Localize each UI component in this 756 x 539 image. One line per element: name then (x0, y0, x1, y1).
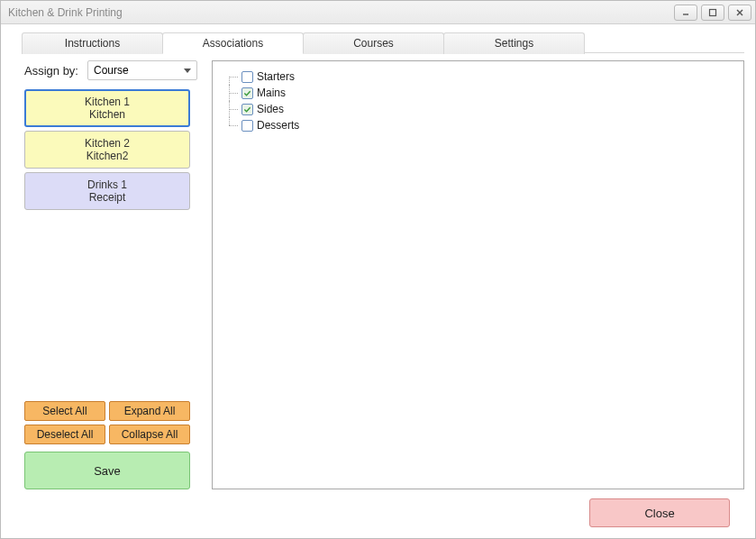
content-area: InstructionsAssociationsCoursesSettings … (1, 24, 755, 538)
checkbox[interactable] (241, 120, 253, 132)
assign-by-dropdown[interactable]: Course (87, 60, 197, 80)
tree-item-starters[interactable]: Starters (222, 69, 734, 85)
deselect-all-button[interactable]: Deselect All (24, 425, 105, 444)
tree-panel[interactable]: StartersMainsSidesDesserts (212, 60, 744, 489)
tab-courses[interactable]: Courses (303, 32, 444, 54)
tree-item-sides[interactable]: Sides (222, 101, 734, 117)
checkbox[interactable] (241, 104, 253, 115)
tree-item-label: Starters (257, 70, 295, 83)
save-button[interactable]: Save (24, 452, 190, 489)
printer-subname: Kitchen2 (87, 150, 129, 162)
tree-item-label: Sides (257, 103, 284, 115)
minimize-icon (681, 8, 690, 17)
assign-by-row: Assign by: Course (17, 60, 197, 80)
printer-list: Kitchen 1KitchenKitchen 2Kitchen2Drinks … (17, 89, 197, 210)
window-title: Kitchen & Drink Printing (8, 6, 674, 19)
tabs: InstructionsAssociationsCoursesSettings (22, 32, 744, 53)
window-controls (674, 5, 751, 21)
window: Kitchen & Drink Printing InstructionsAss… (0, 0, 756, 539)
printer-subname: Receipt (89, 191, 126, 204)
close-icon (735, 8, 744, 17)
checkbox[interactable] (241, 71, 253, 83)
tab-associations[interactable]: Associations (162, 32, 304, 54)
collapse-all-button[interactable]: Collapse All (109, 425, 190, 444)
printer-name: Kitchen 1 (85, 96, 130, 108)
tab-instructions[interactable]: Instructions (22, 32, 163, 54)
printer-name: Drinks 1 (87, 178, 127, 191)
printer-item-2[interactable]: Drinks 1Receipt (24, 172, 190, 210)
action-buttons: Select All Expand All Deselect All Colla… (17, 401, 197, 444)
maximize-icon (708, 8, 717, 17)
svg-rect-1 (710, 9, 716, 15)
titlebar: Kitchen & Drink Printing (1, 1, 755, 24)
tab-settings[interactable]: Settings (443, 32, 585, 54)
close-button[interactable]: Close (589, 498, 730, 527)
checkbox[interactable] (241, 87, 253, 99)
assign-by-value: Course (94, 64, 129, 77)
tree-item-mains[interactable]: Mains (222, 85, 734, 101)
minimize-button[interactable] (674, 5, 697, 21)
printer-item-1[interactable]: Kitchen 2Kitchen2 (24, 131, 190, 169)
maximize-button[interactable] (701, 5, 724, 21)
tree-item-label: Desserts (257, 119, 299, 132)
select-all-button[interactable]: Select All (24, 401, 105, 421)
check-icon (243, 105, 251, 114)
chevron-down-icon (184, 69, 191, 73)
close-window-button[interactable] (728, 5, 751, 21)
printer-item-0[interactable]: Kitchen 1Kitchen (24, 89, 190, 127)
course-tree: StartersMainsSidesDesserts (222, 69, 734, 133)
printer-subname: Kitchen (89, 108, 125, 121)
tab-body-associations: Assign by: Course Kitchen 1KitchenKitche… (17, 53, 744, 489)
tree-item-desserts[interactable]: Desserts (222, 117, 734, 133)
check-icon (243, 89, 251, 97)
assign-by-label: Assign by: (24, 64, 78, 78)
tree-item-label: Mains (257, 87, 286, 99)
printer-name: Kitchen 2 (85, 137, 130, 150)
footer: Close (17, 489, 744, 527)
left-column: Assign by: Course Kitchen 1KitchenKitche… (17, 60, 197, 489)
expand-all-button[interactable]: Expand All (109, 401, 190, 421)
